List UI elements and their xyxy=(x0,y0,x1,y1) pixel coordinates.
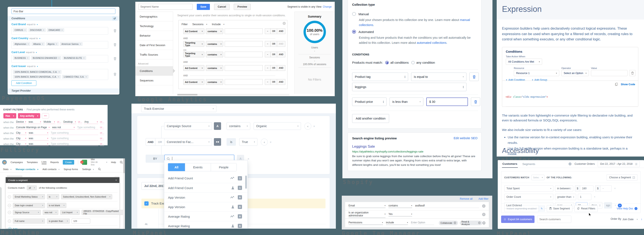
and-button[interactable]: AND xyxy=(277,79,285,85)
help-link[interactable]: Help xyxy=(111,161,116,163)
collapse-icon[interactable]: ‹ xyxy=(261,139,268,145)
trash-icon[interactable] xyxy=(114,57,116,60)
any-activity-dropdown[interactable]: Any activity▾ xyxy=(18,113,40,118)
remove-chip-icon[interactable]: × xyxy=(24,29,26,31)
chip[interactable]: BUSINESS ELITE× xyxy=(62,56,86,60)
sort-direction-icon[interactable]: ↓ xyxy=(641,217,642,221)
field-dropdown[interactable]: City▾ xyxy=(16,137,27,140)
value-select[interactable]: Subscribed, Unsubscribed, Non-Subscribed… xyxy=(61,194,112,199)
or-button[interactable]: OR xyxy=(270,28,277,34)
remove-chip-icon[interactable]: × xyxy=(56,43,57,45)
trash-icon[interactable] xyxy=(114,43,116,46)
nav-reports[interactable]: Reports xyxy=(50,161,59,163)
field-dropdown[interactable]: City▾ xyxy=(16,142,27,146)
edit-seo-link[interactable]: Edit website SEO xyxy=(454,136,478,140)
remove-filter-icon[interactable]: × xyxy=(594,195,596,198)
radio-checked-icon[interactable] xyxy=(352,30,356,34)
remove-chip-icon[interactable]: × xyxy=(62,29,63,31)
trash-icon[interactable] xyxy=(470,73,479,81)
operator-select[interactable]: is not blank▾ xyxy=(47,203,66,208)
close-icon[interactable]: × xyxy=(282,22,286,25)
choose-segment-button[interactable]: Choose a Segment xyxy=(606,174,638,181)
search-icon[interactable] xyxy=(120,161,123,164)
value-input[interactable]: 1 xyxy=(578,194,591,200)
sidebar-item-demographics[interactable]: Demographics xyxy=(136,12,173,21)
event-dropdown[interactable]: Track Exercise▾ xyxy=(141,105,216,112)
save-button[interactable]: Save xyxy=(197,4,210,10)
chevron-down-icon[interactable]: ▾ xyxy=(36,51,37,54)
remove-chip-icon[interactable]: × xyxy=(42,43,43,45)
resource-select[interactable]: Resource 1▾ xyxy=(514,70,559,76)
tab-customers[interactable]: Customers xyxy=(502,160,518,168)
nav-lists[interactable]: Lists xyxy=(42,160,47,164)
dimension-select[interactable]: Ad Content▾ xyxy=(183,28,204,34)
remove-chip-icon[interactable]: × xyxy=(58,71,60,73)
value-dropdown[interactable]: Mobile▾ xyxy=(43,120,56,124)
remove-chip-icon[interactable]: × xyxy=(43,29,44,31)
tab-settings[interactable]: Settings ▾ xyxy=(82,168,94,170)
sidebar-item-date-first-session[interactable]: Date of First Session xyxy=(136,40,173,50)
avatar[interactable]: 1 xyxy=(82,160,87,165)
operator-select[interactable]: greater than▴▾ xyxy=(555,194,576,200)
tab-manage-contacts[interactable]: Manage contacts ▾ xyxy=(16,168,38,170)
chip[interactable]: BUSINESS ENHANCED× xyxy=(31,56,61,60)
and-button[interactable]: AND xyxy=(277,28,285,34)
and-button[interactable]: AND xyxy=(277,65,285,71)
mailchimp-logo[interactable] xyxy=(2,160,7,165)
and-button[interactable]: AND xyxy=(277,41,285,47)
sidebar-item-conditions[interactable]: Conditions xyxy=(136,66,173,76)
property-type-icon[interactable] xyxy=(214,138,221,146)
match-select[interactable]: Selec▾ xyxy=(531,175,544,180)
chip[interactable]: 100% BANCO, BANCO COMERCIAL, C.A.× xyxy=(13,70,62,74)
remove-chip-icon[interactable]: × xyxy=(80,43,81,45)
field-select[interactable]: Email Marketing Status▾ xyxy=(13,194,45,199)
value-dropdown[interactable]: Organic▾ xyxy=(254,122,301,130)
more-options-button[interactable]: ••• xyxy=(42,113,49,118)
field-dropdown[interactable]: Email▾ xyxy=(348,204,386,208)
operator-dropdown[interactable]: was▾ xyxy=(28,120,42,124)
trash-icon[interactable] xyxy=(471,98,480,106)
list-item[interactable]: Add Friend Count 1 xyxy=(164,183,248,192)
show-code-link[interactable]: Show Code xyxy=(621,83,635,86)
field-dropdown[interactable]: Device▾ xyxy=(16,120,26,124)
operator-select[interactable]: contains▾ xyxy=(206,52,223,57)
list-item[interactable]: App Version A xyxy=(164,202,248,211)
remove-filter-icon[interactable]: × xyxy=(270,140,272,144)
radio-checked-icon[interactable] xyxy=(385,61,389,64)
dimension-select[interactable]: Targeting Type▾ xyxy=(183,41,204,47)
chevron-down-icon[interactable]: ▾ xyxy=(37,65,38,68)
value-input[interactable]: Type something xyxy=(50,131,98,135)
horizontal-scrollbar[interactable] xyxy=(177,94,289,95)
permission-chip[interactable]: Read & Analyze× xyxy=(460,221,482,225)
operator-select[interactable]: contains▾ xyxy=(206,28,223,34)
list-item[interactable]: App Version A xyxy=(164,192,248,202)
add-condition-link[interactable]: +Add xyxy=(8,227,17,229)
chevron-down-icon[interactable]: ▾ xyxy=(39,38,40,40)
copy-icon[interactable] xyxy=(615,83,618,86)
add-condition-button[interactable]: Add Condition xyxy=(12,80,36,86)
chip[interactable]: Albania× xyxy=(32,42,45,46)
field-select[interactable]: Product price▴▾ xyxy=(352,98,386,106)
or-button[interactable]: OR xyxy=(270,41,277,47)
field-dropdown[interactable]: Permissions▾ xyxy=(348,221,383,225)
segment-name-input[interactable] xyxy=(138,4,192,10)
value-input[interactable]: asdfasdf xyxy=(415,204,479,208)
tab-segments[interactable]: Segments xyxy=(522,162,535,166)
remove-filter-icon[interactable]: × xyxy=(313,124,315,128)
operator-dropdown[interactable]: include▾ xyxy=(386,221,408,225)
value-select[interactable]: leggings▴▾ xyxy=(352,83,466,91)
remove-condition-icon[interactable]: − xyxy=(8,195,11,198)
chip-box[interactable]: Afghanistan× Albania× Algeria× American … xyxy=(12,41,108,49)
operator-dropdown[interactable]: was▾ xyxy=(28,142,48,146)
remove-condition-icon[interactable]: − xyxy=(8,211,11,214)
remove-condition-icon[interactable]: − xyxy=(8,219,11,223)
remove-chip-icon[interactable]: × xyxy=(28,43,29,45)
all-conditions-option[interactable]: all conditions xyxy=(385,61,409,64)
operator-select[interactable]: is equal to▾ xyxy=(411,73,466,81)
tab-stats[interactable]: Stats ▾ xyxy=(3,168,12,170)
property-type-icon[interactable]: A xyxy=(214,122,221,130)
create-button[interactable]: Create xyxy=(63,160,74,165)
value-input[interactable]: Type something xyxy=(50,137,98,140)
cancel-button[interactable]: Cancel xyxy=(214,4,230,10)
trash-icon[interactable] xyxy=(114,29,116,32)
